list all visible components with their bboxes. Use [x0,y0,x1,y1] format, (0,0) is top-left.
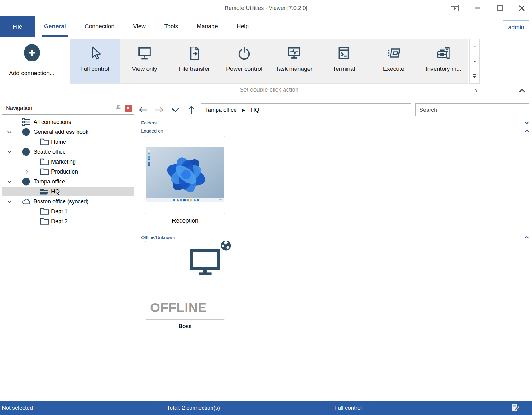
address-book-icon [22,128,30,136]
ribbon: Add connection... Full control View only… [0,37,532,97]
title-bar: Remote Utilities - Viewer [7.0.2.0] [0,0,532,16]
monitor-icon [136,45,153,61]
tree-item-production[interactable]: Production [2,167,134,177]
folder-icon [39,207,49,216]
ribbon-display-options-icon[interactable] [450,3,459,13]
scroll-down-icon[interactable] [469,54,480,69]
breadcrumb-item-hq[interactable]: HQ [251,107,259,113]
search-input[interactable] [415,103,529,116]
section-logged-on: Logged on [141,128,529,133]
list-icon [22,117,31,127]
add-connection-button[interactable]: Add connection... [0,38,64,95]
inventory-icon [436,45,452,61]
offline-status-text: OFFLINE [150,300,207,315]
chevron-down-icon[interactable] [7,180,12,183]
maximize-icon[interactable] [495,3,504,13]
tree-item-general-address-book[interactable]: General address book [2,127,134,137]
tree-item-marketing[interactable]: Marketing [2,157,134,167]
tab-general[interactable]: General [35,16,75,37]
ribbon-separator [64,40,64,93]
machine-name-boss: Boss [145,323,225,330]
pin-icon[interactable] [115,105,122,112]
folder-icon [39,217,49,226]
section-offline-unknown: Offline/Unknown [141,234,529,240]
view-only-button[interactable]: View only [120,39,170,83]
power-icon [236,45,252,61]
collapse-ribbon-icon[interactable] [517,86,527,94]
machine-card-boss[interactable]: OFFLINE [145,241,225,320]
tree-item-dept-2[interactable]: Dept 2 [2,216,134,226]
offline-monitor-icon [190,248,221,276]
chevron-down-icon[interactable] [7,200,12,203]
scroll-bottom-icon[interactable] [469,69,480,84]
set-double-click-action[interactable]: Set double-click action [70,86,468,93]
app-window: Remote Utilities - Viewer [7.0.2.0] File… [0,0,532,415]
notes-icon[interactable] [511,403,519,413]
folder-icon [39,138,49,146]
tree-item-dept-1[interactable]: Dept 1 [2,206,134,216]
close-icon[interactable] [517,3,526,13]
cursor-icon [87,45,103,61]
folder-icon [39,167,49,176]
reception-desktop-thumbnail [146,147,224,202]
tree-item-all-connections[interactable]: All connections [2,117,134,127]
tab-file[interactable]: File [0,16,35,37]
navigation-title: Navigation [6,105,115,111]
tree-item-hq[interactable]: HQ [2,187,134,196]
status-bar: Not selected Total: 2 connection(s) Full… [0,401,532,415]
tree-item-home[interactable]: Home [2,137,134,147]
folder-icon [39,157,49,166]
cloud-icon [22,198,31,205]
tree-item-boston-office[interactable]: Boston office (synced) [2,196,134,206]
full-control-button[interactable]: Full control [70,39,120,83]
close-navigation-button[interactable] [125,105,132,112]
machine-name-reception: Reception [145,217,225,224]
folder-open-icon [39,187,49,196]
minimize-icon[interactable] [472,3,482,13]
chevron-down-icon[interactable] [7,130,12,134]
desktop-icons [148,150,150,166]
tree-item-tampa-office[interactable]: Tampa office [2,177,134,187]
monitor-pulse-icon [286,45,302,61]
forward-icon[interactable] [155,106,163,114]
back-icon[interactable] [139,106,147,114]
admin-button[interactable]: admin [503,20,529,34]
inventory-manager-button[interactable]: Inventory m... [418,39,468,83]
tab-manage[interactable]: Manage [187,16,227,37]
tab-connection[interactable]: Connection [75,16,124,37]
close-icon [127,107,130,110]
chevron-up-icon[interactable] [525,236,529,239]
tab-view[interactable]: View [124,16,155,37]
chevron-down-icon[interactable] [7,150,12,154]
selection-status: Not selected [2,401,33,415]
file-transfer-button[interactable]: File transfer [169,39,219,83]
chevron-right-icon[interactable] [25,169,30,174]
terminal-button[interactable]: Terminal [319,39,369,83]
taskbar [146,198,224,202]
globe-status-icon [221,240,231,251]
tab-help[interactable]: Help [227,16,258,37]
dialog-launcher-icon[interactable] [473,88,478,92]
file-arrow-icon [186,45,203,61]
breadcrumb[interactable]: Tampa office ▶ HQ [201,103,411,116]
navigation-tree: All connections General address book Hom… [2,114,134,399]
chevron-up-icon[interactable] [525,129,529,132]
tree-item-seattle-office[interactable]: Seattle office [2,147,134,157]
execute-icon [386,45,402,61]
power-control-button[interactable]: Power control [219,39,269,83]
breadcrumb-item-tampa-office[interactable]: Tampa office [205,107,237,113]
terminal-icon [336,45,352,61]
scroll-up-icon[interactable] [469,39,480,54]
history-dropdown-icon[interactable] [171,106,180,114]
address-toolbar: Tampa office ▶ HQ [134,103,532,116]
main-content: Tampa office ▶ HQ Folders Logged on [134,99,532,399]
machine-card-reception[interactable] [145,136,225,214]
ribbon-scroll-controls [469,39,480,84]
task-manager-button[interactable]: Task manager [269,39,319,83]
chevron-down-icon[interactable] [525,121,529,124]
plus-circle-icon [24,44,40,61]
breadcrumb-separator-icon: ▶ [242,108,245,112]
up-level-icon[interactable] [187,106,196,114]
execute-button[interactable]: Execute [369,39,419,83]
tab-tools[interactable]: Tools [155,16,187,37]
